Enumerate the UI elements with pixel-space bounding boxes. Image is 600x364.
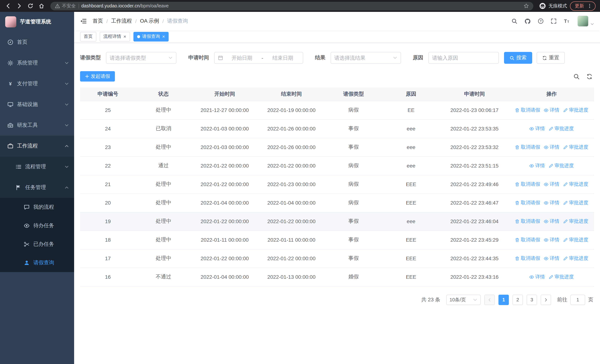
goto-page-input[interactable]: [570, 295, 585, 305]
url-text[interactable]: dashboard.yudao.iocoder.cn/bpm/oa/leave: [81, 3, 169, 9]
breadcrumb-item[interactable]: OA 示例: [140, 18, 159, 24]
close-tab-icon[interactable]: ×: [162, 34, 165, 39]
home-icon[interactable]: [38, 3, 45, 9]
progress-link[interactable]: 审批进度: [563, 218, 588, 225]
detail-link[interactable]: 详情: [544, 199, 559, 206]
end-date-input[interactable]: [266, 55, 300, 61]
detail-link[interactable]: 详情: [529, 162, 545, 169]
table-row: 18处理中2022-01-11 00:00:002022-01-11 00:00…: [80, 231, 594, 249]
update-button[interactable]: 更新: [570, 1, 596, 10]
breadcrumb-item[interactable]: 工作流程: [111, 18, 132, 24]
search-icon[interactable]: [573, 73, 580, 80]
view-icon: [544, 256, 549, 261]
view-icon: [544, 108, 549, 112]
chat-icon: [24, 204, 30, 210]
detail-link[interactable]: 详情: [529, 274, 545, 280]
github-icon[interactable]: [525, 18, 531, 24]
action-label: 审批进度: [569, 199, 588, 206]
sidebar-item-task-manage[interactable]: 任务管理: [0, 177, 74, 198]
search-icon[interactable]: [511, 18, 517, 24]
page-content: 请假类型 申请时间 - 结果: [74, 43, 600, 364]
page-size-select[interactable]: 10条/页: [446, 295, 481, 305]
prev-page-button[interactable]: [484, 295, 495, 305]
progress-link[interactable]: 审批进度: [563, 181, 588, 187]
progress-link[interactable]: 审批进度: [563, 255, 588, 262]
reason-input[interactable]: [432, 55, 495, 61]
security-warning[interactable]: 不安全: [55, 3, 76, 9]
detail-link[interactable]: 详情: [544, 218, 559, 225]
reason-field[interactable]: [428, 52, 499, 64]
sidebar-item-my-process[interactable]: 我的流程: [0, 198, 74, 216]
cancel-leave-link[interactable]: 取消请假: [515, 236, 540, 243]
reason-label: 原因: [413, 55, 423, 61]
sidebar-item-system[interactable]: 系统管理: [0, 53, 74, 73]
detail-link[interactable]: 详情: [544, 181, 559, 187]
cancel-leave-link[interactable]: 取消请假: [515, 199, 540, 206]
close-tab-icon[interactable]: ×: [123, 34, 126, 39]
progress-link[interactable]: 审批进度: [563, 236, 588, 243]
active-tab-dot: [137, 35, 140, 38]
start-date-input[interactable]: [225, 55, 259, 61]
browser-menu-icon[interactable]: [587, 3, 592, 9]
user-avatar[interactable]: [577, 16, 594, 27]
avatar[interactable]: [577, 16, 589, 27]
sidebar-item-workflow[interactable]: 工作流程: [0, 136, 74, 156]
page-button-1[interactable]: 1: [498, 295, 509, 305]
sidebar-item-devtools[interactable]: 研发工具: [0, 115, 74, 136]
sidebar-item-process-manage[interactable]: 流程管理: [0, 156, 74, 177]
progress-link[interactable]: 审批进度: [549, 274, 574, 280]
cancel-leave-link[interactable]: 取消请假: [515, 144, 540, 150]
logo[interactable]: 芋道管理系统: [0, 12, 74, 32]
reload-icon[interactable]: [28, 3, 33, 9]
bookmark-star-icon[interactable]: [524, 3, 529, 9]
sidebar-item-infra[interactable]: 基础设施: [0, 94, 74, 115]
goto-page: 前往页: [557, 295, 593, 305]
progress-link[interactable]: 审批进度: [549, 162, 574, 169]
detail-link[interactable]: 详情: [544, 255, 559, 262]
sidebar-toggle-icon[interactable]: [80, 18, 87, 24]
address-bar[interactable]: 不安全 dashboard.yudao.iocoder.cn/bpm/oa/le…: [50, 2, 533, 10]
detail-link[interactable]: 详情: [544, 144, 559, 150]
page-button-2[interactable]: 2: [513, 295, 523, 305]
result-select[interactable]: [331, 52, 401, 64]
forward-icon[interactable]: [16, 3, 22, 9]
sidebar-item-payment[interactable]: ¥支付管理: [0, 73, 74, 94]
leave-type-input[interactable]: [110, 55, 166, 61]
fullscreen-icon[interactable]: [551, 18, 557, 24]
tab-请假查询[interactable]: 请假查询×: [133, 32, 169, 41]
detail-link[interactable]: 详情: [529, 125, 545, 132]
cancel-leave-link[interactable]: 取消请假: [515, 181, 540, 187]
progress-link[interactable]: 审批进度: [563, 144, 588, 150]
help-icon[interactable]: ?: [538, 18, 544, 24]
progress-link[interactable]: 审批进度: [563, 199, 588, 206]
refresh-icon[interactable]: [586, 73, 593, 80]
sidebar-item-done-task[interactable]: 已办任务: [0, 235, 74, 253]
cancel-leave-link[interactable]: 取消请假: [515, 107, 540, 113]
sidebar-item-leave-query[interactable]: 请假查询: [0, 253, 74, 272]
font-size-icon[interactable]: TT: [564, 18, 570, 24]
search-button[interactable]: 搜索: [504, 52, 532, 64]
breadcrumb-item: 请假查询: [167, 18, 188, 24]
tab-流程详情[interactable]: 流程详情×: [100, 32, 130, 41]
result-input[interactable]: [334, 55, 391, 61]
reset-button[interactable]: 重置: [537, 52, 565, 64]
create-leave-button[interactable]: 发起请假: [80, 71, 115, 82]
page-size-value: 10条/页: [450, 296, 466, 303]
cancel-leave-link[interactable]: 取消请假: [515, 255, 540, 262]
progress-link[interactable]: 审批进度: [563, 107, 588, 113]
cell-end: 2022-01-22 00:00:00: [258, 212, 325, 231]
sidebar-item-home[interactable]: 首页: [0, 32, 74, 53]
page-button-3[interactable]: 3: [527, 295, 537, 305]
tab-首页[interactable]: 首页: [80, 32, 96, 41]
sidebar-item-todo-task[interactable]: 待办任务: [0, 216, 74, 235]
breadcrumb-item[interactable]: 首页: [93, 18, 103, 24]
detail-link[interactable]: 详情: [544, 107, 559, 113]
leave-type-select[interactable]: [106, 52, 176, 64]
action-label: 详情: [535, 274, 545, 280]
progress-link[interactable]: 审批进度: [549, 125, 574, 132]
cancel-leave-link[interactable]: 取消请假: [515, 218, 540, 225]
apply-time-range[interactable]: -: [214, 52, 303, 64]
next-page-button[interactable]: [541, 295, 551, 305]
detail-link[interactable]: 详情: [544, 236, 559, 243]
back-icon[interactable]: [5, 3, 11, 9]
